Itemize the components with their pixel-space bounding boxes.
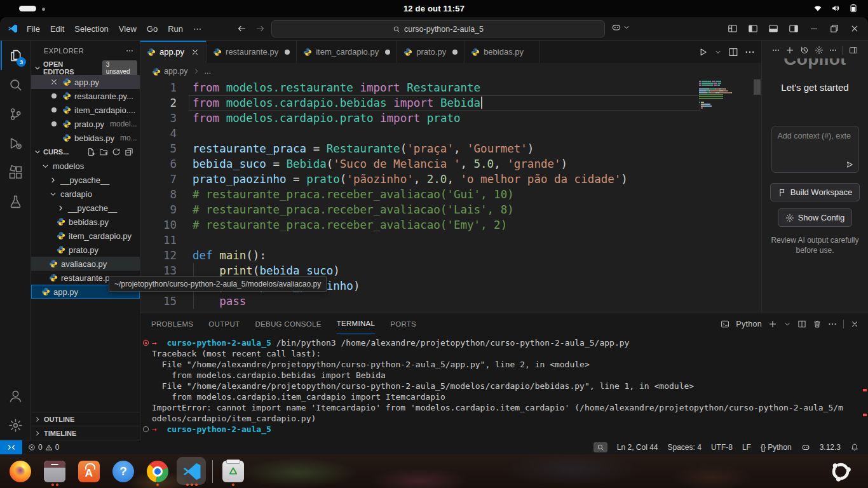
workspace-dot[interactable] [42,8,45,11]
menu-selection[interactable]: Selection [69,22,113,36]
dock-help[interactable]: ? [112,456,135,487]
modified-dot[interactable] [49,91,59,101]
back-arrow-icon[interactable] [236,24,247,34]
scrollbar-thumb[interactable] [754,79,761,95]
menu-run[interactable]: Run [163,22,188,36]
chat-input[interactable]: Add context (#), exte [771,126,859,173]
split-terminal-icon[interactable] [797,320,806,329]
run-dropdown-chevron-icon[interactable] [714,48,722,56]
refresh-icon[interactable] [112,147,121,156]
language-mode[interactable]: {} Python [761,443,792,452]
code-line-5[interactable]: 5restaurante_praca = Restaurante('praça'… [140,141,761,156]
command-failed-icon[interactable] [142,339,149,346]
kill-terminal-icon[interactable] [813,320,822,329]
eol[interactable]: LF [742,443,751,452]
menu-go[interactable]: Go [142,22,163,36]
close-icon[interactable] [49,77,59,87]
activity-extensions[interactable] [1,158,30,187]
activity-run-debug[interactable] [1,128,30,158]
problems-indicator[interactable]: 0 0 [22,443,65,452]
panel-tab-terminal[interactable]: TERMINAL [337,313,376,334]
more-icon[interactable] [772,46,780,54]
bell-icon[interactable] [850,443,859,452]
open-editor-restaurante.py...[interactable]: restaurante.py... [31,89,140,103]
send-icon[interactable] [845,160,854,169]
open-editors-header[interactable]: OPEN EDITORS 3 unsaved [31,61,140,75]
new-file-icon[interactable] [86,147,95,156]
activity-account[interactable] [1,381,30,410]
tree-item-avaliacao.py[interactable]: avaliacao.py [31,257,140,271]
copilot-status-icon[interactable] [801,443,810,452]
code-line-11[interactable]: 11 [140,233,761,248]
tab-bebidas.py[interactable]: bebidas.py [465,41,539,63]
panel-more-icon[interactable] [828,320,837,329]
code-line-4[interactable]: 4 [140,126,761,141]
code-line-15[interactable]: 15 pass [140,294,761,309]
cursor-position[interactable]: Ln 2, Col 44 [617,443,658,452]
remote-indicator[interactable] [0,440,22,454]
panel-tab-problems[interactable]: PROBLEMS [151,313,193,334]
code-line-2[interactable]: 2from modelos.cardapio.bebidas import Be… [140,95,761,111]
history-icon[interactable] [800,46,809,55]
modified-dot[interactable] [49,119,59,129]
customize-layout-icon[interactable] [724,20,741,37]
panel-tab-ports[interactable]: PORTS [390,313,416,334]
modified-dot[interactable] [385,50,390,55]
command-pending-icon[interactable] [142,426,149,433]
code-line-1[interactable]: 1from modelos.restaurante import Restaur… [140,80,761,95]
dock-software[interactable]: A [78,456,100,487]
toggle-panel-icon[interactable] [765,20,782,37]
new-folder-icon[interactable] [99,147,108,156]
encoding[interactable]: UTF-8 [711,443,733,452]
menu-[interactable]: ⋯ [188,22,207,36]
chat-more-icon[interactable] [829,46,837,54]
activity-settings[interactable] [1,410,30,440]
clock[interactable]: 12 de out 11:57 [403,4,465,13]
workspace-pill[interactable] [19,6,36,11]
code-line-7[interactable]: 7prato_paozinho = prato('pãozinho', 2.0,… [140,172,761,187]
tab-prato.py[interactable]: prato.py [397,41,465,63]
dock-vscode[interactable] [180,456,203,487]
dock-firefox[interactable] [9,456,32,487]
code-line-9[interactable]: 9# restaurante_praca.receber_avaliacao('… [140,202,761,217]
activity-testing[interactable] [1,187,30,216]
toggle-secondary-sidebar-icon[interactable] [785,20,802,37]
show-config-button[interactable]: Show Config [778,208,853,227]
close-window-button[interactable] [846,20,863,37]
panel-tab-output[interactable]: OUTPUT [208,313,240,334]
panel-tab-debug-console[interactable]: DEBUG CONSOLE [255,313,321,334]
outline-section[interactable]: OUTLINE [31,412,140,426]
split-editor-icon[interactable] [728,47,738,57]
open-editor-app.py[interactable]: app.py [31,75,140,89]
editor-more-icon[interactable] [745,47,755,57]
indentation[interactable]: Spaces: 4 [668,443,702,452]
dock-files[interactable] [43,456,66,487]
python-version[interactable]: 3.12.3 [820,443,841,452]
dock-trash[interactable] [222,456,245,487]
tree-item-__pycache__[interactable]: __pycache__ [31,173,140,187]
tree-item-item_cardapio.py[interactable]: item_cardapio.py [31,229,140,243]
forward-arrow-icon[interactable] [255,24,266,34]
collapse-all-icon[interactable] [125,147,133,156]
tab-item_cardapio.py[interactable]: item_cardapio.py [297,41,397,63]
modified-dot[interactable] [285,50,290,55]
command-center-search[interactable]: curso-python-2-aula_5 [271,20,605,37]
activity-source-control[interactable] [1,99,30,128]
terminal-output[interactable]: → curso-python-2-aula_5 /bin/python3 /ho… [140,334,868,442]
breadcrumb[interactable]: app.py ... [140,63,761,79]
terminal-dropdown-icon[interactable] [783,320,791,328]
modified-dot[interactable] [49,105,59,115]
code-line-8[interactable]: 8# restaurante_praca.receber_avaliacao('… [140,187,761,202]
open-editor-item_cardapio....[interactable]: item_cardapio.... [31,103,140,117]
copilot-titlebar-button[interactable] [611,22,630,32]
tree-item-bebidas.py[interactable]: bebidas.py [31,215,140,229]
new-chat-icon[interactable] [785,46,794,55]
timeline-section[interactable]: TIMELINE [31,426,140,440]
zoom-indicator[interactable] [593,442,607,452]
open-editor-bebidas.py[interactable]: bebidas.pymo... [31,131,140,145]
tree-item-cardapio[interactable]: cardapio [31,187,140,201]
close-tab-icon[interactable] [191,48,200,57]
modified-dot[interactable] [452,50,458,55]
code-line-6[interactable]: 6bebida_suco = Bebida('Suco de Melancia … [140,156,761,172]
tree-item-__pycache__[interactable]: __pycache__ [31,201,140,215]
